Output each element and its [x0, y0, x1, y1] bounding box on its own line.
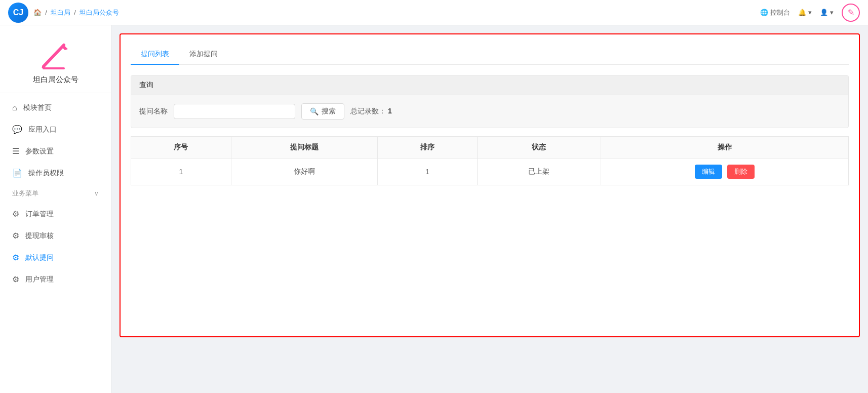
breadcrumb-root: 坦白局 — [51, 9, 70, 16]
data-table: 序号 提问标题 排序 状态 操作 1 你好啊 1 已上架 编辑 — [131, 136, 849, 185]
col-seq: 序号 — [131, 137, 231, 159]
breadcrumb: 🏠 / 坦白局 / 坦白局公众号 — [33, 8, 119, 17]
doc-icon: 📄 — [12, 168, 22, 178]
total-value: 1 — [388, 107, 392, 115]
cell-seq: 1 — [131, 159, 231, 185]
layout: 坦白局公众号 ⌂ 模块首页 💬 应用入口 ☰ 参数设置 📄 操作员权限 业务菜单… — [0, 25, 868, 393]
content-card: 提问列表 添加提问 查询 提问名称 🔍 搜索 总记录数： 1 — [120, 33, 860, 337]
notification-btn[interactable]: 🔔 ▾ — [798, 9, 812, 16]
breadcrumb-current: 坦白局公众号 — [80, 9, 119, 16]
tab-add[interactable]: 添加提问 — [179, 45, 228, 65]
topbar: CJ 🏠 / 坦白局 / 坦白局公众号 🌐 控制台 🔔 ▾ 👤 ▾ ✎ — [0, 0, 868, 25]
sidebar-item-label: 应用入口 — [28, 125, 57, 134]
sidebar-menu: ⌂ 模块首页 💬 应用入口 ☰ 参数设置 📄 操作员权限 业务菜单 ∨ ⚙ — [0, 93, 111, 294]
biz-section: 业务菜单 ∨ — [0, 184, 111, 203]
sidebar-brand: 坦白局公众号 — [33, 75, 78, 85]
control-panel-label: 控制台 — [770, 8, 790, 17]
gear-icon: ⚙ — [12, 231, 19, 241]
query-section: 查询 提问名称 🔍 搜索 总记录数： 1 — [131, 75, 849, 128]
user-icon: 👤 — [820, 9, 828, 16]
chevron-down-icon: ∨ — [94, 190, 99, 197]
logo: CJ — [8, 3, 28, 23]
query-body: 提问名称 🔍 搜索 总记录数： 1 — [131, 95, 848, 128]
sidebar-item-label: 默认提问 — [25, 253, 54, 262]
edit-button[interactable]: 编辑 — [695, 165, 722, 179]
topbar-left: CJ 🏠 / 坦白局 / 坦白局公众号 — [8, 3, 119, 23]
pink-edit-btn[interactable]: ✎ — [842, 4, 860, 22]
sidebar-item-order-mgmt[interactable]: ⚙ 订单管理 — [0, 203, 111, 225]
cell-action: 编辑 删除 — [601, 159, 848, 185]
query-input[interactable] — [174, 104, 295, 119]
search-icon: 🔍 — [310, 107, 319, 115]
search-button[interactable]: 🔍 搜索 — [301, 103, 344, 120]
table-head: 序号 提问标题 排序 状态 操作 — [131, 137, 849, 159]
sidebar-item-user-mgmt[interactable]: ⚙ 用户管理 — [0, 268, 111, 290]
sidebar-item-withdraw-audit[interactable]: ⚙ 提现审核 — [0, 225, 111, 247]
col-title: 提问标题 — [231, 137, 377, 159]
table-header-row: 序号 提问标题 排序 状态 操作 — [131, 137, 849, 159]
pencil-icon-wrap — [35, 37, 76, 73]
sidebar-item-operator-perm[interactable]: 📄 操作员权限 — [0, 162, 111, 184]
sidebar-item-app-entry[interactable]: 💬 应用入口 — [0, 119, 111, 140]
tab-list[interactable]: 提问列表 — [131, 45, 179, 65]
gear-icon: ⚙ — [12, 253, 19, 262]
gear-icon: ⚙ — [12, 274, 19, 284]
total-count: 总记录数： 1 — [350, 107, 392, 116]
edit-icon: ✎ — [848, 8, 854, 17]
col-action: 操作 — [601, 137, 848, 159]
sidebar: 坦白局公众号 ⌂ 模块首页 💬 应用入口 ☰ 参数设置 📄 操作员权限 业务菜单… — [0, 25, 111, 393]
cell-status: 已上架 — [478, 159, 601, 185]
sidebar-item-label: 提现审核 — [25, 231, 54, 241]
svg-line-0 — [44, 45, 64, 66]
topbar-right: 🌐 控制台 🔔 ▾ 👤 ▾ ✎ — [760, 4, 860, 22]
bell-chevron: ▾ — [808, 9, 812, 16]
cell-title: 你好啊 — [231, 159, 377, 185]
gear-icon: ⚙ — [12, 209, 19, 219]
total-label: 总记录数： — [350, 107, 386, 115]
sidebar-item-default-question[interactable]: ⚙ 默认提问 — [0, 247, 111, 268]
sidebar-item-label: 用户管理 — [25, 275, 54, 284]
sidebar-item-label: 模块首页 — [23, 103, 52, 112]
col-sort: 排序 — [377, 137, 478, 159]
user-btn[interactable]: 👤 ▾ — [820, 9, 834, 16]
biz-section-label: 业务菜单 — [12, 189, 38, 198]
home-icon: ⌂ — [12, 103, 17, 112]
table-row: 1 你好啊 1 已上架 编辑 删除 — [131, 159, 849, 185]
list-icon: ☰ — [12, 146, 19, 156]
tabs: 提问列表 添加提问 — [131, 45, 849, 65]
breadcrumb-icon: 🏠 — [33, 9, 42, 16]
delete-button[interactable]: 删除 — [727, 165, 755, 179]
control-panel-link[interactable]: 🌐 控制台 — [760, 8, 790, 17]
user-chevron: ▾ — [830, 9, 834, 16]
globe-icon: 🌐 — [760, 9, 768, 16]
pencil-svg — [40, 40, 72, 70]
cell-sort: 1 — [377, 159, 478, 185]
sidebar-item-label: 订单管理 — [25, 210, 54, 219]
chat-icon: 💬 — [12, 125, 22, 134]
query-header: 查询 — [131, 75, 848, 95]
sidebar-item-module-home[interactable]: ⌂ 模块首页 — [0, 97, 111, 119]
sidebar-item-label: 参数设置 — [25, 147, 54, 156]
main-content: 提问列表 添加提问 查询 提问名称 🔍 搜索 总记录数： 1 — [111, 25, 868, 393]
table-body: 1 你好啊 1 已上架 编辑 删除 — [131, 159, 849, 185]
sidebar-logo-area: 坦白局公众号 — [0, 25, 111, 93]
sidebar-item-param-setting[interactable]: ☰ 参数设置 — [0, 140, 111, 162]
sidebar-item-label: 操作员权限 — [28, 169, 64, 178]
query-field-label: 提问名称 — [139, 107, 168, 116]
bell-icon: 🔔 — [798, 9, 806, 16]
search-btn-label: 搜索 — [322, 107, 336, 116]
col-status: 状态 — [478, 137, 601, 159]
